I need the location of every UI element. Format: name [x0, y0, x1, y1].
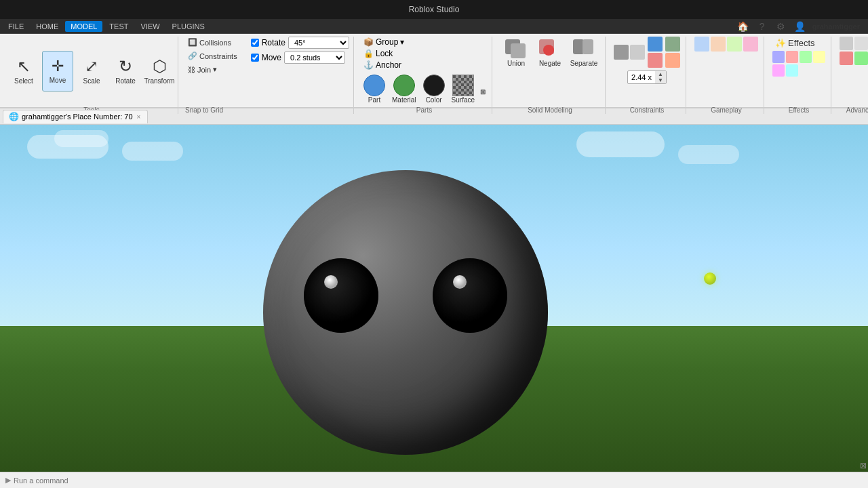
tab-label: grahamtigger's Place Number: 70: [22, 113, 133, 121]
advanced-icon-5[interactable]: [854, 52, 868, 65]
advanced-icon-4[interactable]: [840, 52, 853, 65]
constraint-icon-4[interactable]: [648, 53, 663, 68]
menu-home[interactable]: HOME: [31, 21, 64, 32]
menu-view[interactable]: VIEW: [135, 21, 165, 32]
surface-button[interactable]: Surface: [450, 73, 476, 105]
constraints-inner: ▲ ▼: [614, 37, 680, 84]
anchor-row[interactable]: ⚓ Anchor: [362, 60, 486, 70]
gameplay-icon-4[interactable]: [743, 37, 758, 52]
settings-icon[interactable]: ⚙: [774, 20, 788, 33]
advanced-icon-1[interactable]: [840, 37, 853, 50]
move-dropdown[interactable]: 0.2 studs 1 stud 5 studs: [284, 52, 345, 64]
scale-label: Scale: [83, 77, 100, 85]
effects-icon-4[interactable]: [813, 51, 825, 63]
join-label: Join: [197, 66, 211, 74]
constraint-icon-3[interactable]: [648, 37, 663, 52]
surface-label: Surface: [452, 96, 475, 104]
spinner-up[interactable]: ▲: [655, 71, 666, 77]
gameplay-icon-2[interactable]: [711, 37, 726, 52]
rotate-button[interactable]: ↻ Rotate: [110, 51, 141, 92]
group-row[interactable]: 📦 Group ▾: [362, 37, 486, 47]
tab-icon: 🌐: [9, 112, 19, 121]
solid-label: Solid Modeling: [528, 105, 572, 114]
advanced-section: Advanced: [834, 37, 868, 114]
menu-file[interactable]: FILE: [3, 21, 29, 32]
rotate-dropdown[interactable]: 45° 15° 90°: [288, 37, 349, 49]
surface-icon: [452, 75, 474, 96]
lock-row[interactable]: 🔒 Lock: [362, 48, 486, 59]
ribbon-content: ↖ Select ✛ Move ⤢ Scale ↻ Rotate ⬡ Tra: [0, 34, 868, 117]
lock-label: Lock: [376, 49, 393, 58]
effects-inner: ✨ Effects: [772, 37, 825, 77]
effects-icon-2[interactable]: [786, 51, 798, 63]
constraints-icon: 🔗: [188, 52, 197, 60]
constraint-icon-2[interactable]: [630, 45, 645, 60]
gameplay-icon-3[interactable]: [727, 37, 742, 52]
viewport-expand-icon[interactable]: ⊠: [860, 461, 867, 470]
scale-button[interactable]: ⤢ Scale: [76, 51, 107, 92]
document-tab[interactable]: 🌐 grahamtigger's Place Number: 70 ×: [3, 110, 148, 123]
constraint-icon-1[interactable]: [614, 45, 629, 60]
rotate-snap-row: Rotate 45° 15° 90°: [251, 37, 349, 49]
constraint-icon-5[interactable]: [665, 37, 680, 52]
union-button[interactable]: Union: [500, 37, 532, 68]
part-button[interactable]: Part: [362, 73, 387, 105]
effects-button[interactable]: ✨ Effects: [772, 37, 825, 49]
topright-icons: 🏠 ? ⚙ 👤 grahamtigger: [736, 20, 865, 33]
cloud-4: [576, 131, 665, 157]
move-label: Move: [50, 77, 66, 84]
material-label: Material: [392, 96, 416, 104]
tab-close-button[interactable]: ×: [136, 113, 142, 121]
effects-star-icon: ✨: [775, 38, 786, 48]
advanced-label: Advanced: [846, 105, 868, 114]
effects-icon-5[interactable]: [772, 64, 785, 77]
spinner-down[interactable]: ▼: [655, 77, 666, 83]
advanced-icon-2[interactable]: [854, 37, 868, 50]
rotate-checkbox[interactable]: [251, 39, 259, 47]
help-icon[interactable]: ?: [755, 20, 769, 33]
home-icon[interactable]: 🏠: [736, 20, 750, 33]
effects-icon-1[interactable]: [772, 51, 785, 63]
separate-button[interactable]: Separate: [568, 37, 599, 68]
collisions-snap-inner: 🔲 Collisions 🔗 Constraints ⛓ Join ▾: [185, 37, 349, 75]
select-button[interactable]: ↖ Select: [8, 51, 39, 92]
spinner-input[interactable]: [628, 73, 655, 81]
ribbon: ↖ Select ✛ Move ⤢ Scale ↻ Rotate ⬡ Tra: [0, 34, 868, 108]
join-button[interactable]: ⛓ Join ▾: [185, 64, 240, 75]
effects-icon-3[interactable]: [800, 51, 812, 63]
group-lock-anchor: 📦 Group ▾ 🔒 Lock ⚓ Anchor: [362, 37, 486, 70]
effects-icon-6[interactable]: [786, 64, 798, 77]
snap-label: Snap to Grid: [185, 105, 349, 114]
color-button[interactable]: Color: [422, 73, 446, 105]
negate-button[interactable]: Negate: [534, 37, 566, 68]
separate-label: Separate: [570, 60, 598, 67]
collisions-button[interactable]: 🔲 Collisions: [185, 37, 240, 48]
select-icon: ↖: [17, 57, 31, 76]
anchor-icon: ⚓: [363, 60, 374, 70]
parts-label: Parts: [416, 105, 432, 114]
rotate-snap-label: Rotate: [262, 38, 285, 47]
move-checkbox[interactable]: [251, 54, 259, 62]
part-icon: [363, 75, 385, 96]
gameplay-icon-1[interactable]: [694, 37, 709, 52]
transform-button[interactable]: ⬡ Transform: [144, 51, 175, 92]
menu-test[interactable]: TEST: [104, 21, 134, 32]
group-icon: 📦: [363, 37, 374, 47]
constraints-button[interactable]: 🔗 Constraints: [185, 50, 240, 62]
cloud-2: [54, 130, 108, 147]
rotate-icon: ↻: [119, 57, 132, 76]
command-input[interactable]: [14, 476, 149, 485]
solid-items: Union Negate Separate: [500, 37, 599, 68]
material-button[interactable]: Material: [391, 73, 418, 105]
collisions-snap-section: 🔲 Collisions 🔗 Constraints ⛓ Join ▾: [181, 37, 354, 114]
menu-model[interactable]: MODEL: [65, 21, 102, 32]
constraint-icon-6[interactable]: [665, 53, 680, 68]
number-spinner[interactable]: ▲ ▼: [627, 70, 667, 84]
right-eye: [433, 258, 507, 333]
effects-label: Effects: [788, 38, 815, 48]
parts-expand[interactable]: ⊞: [480, 88, 486, 96]
user-icon[interactable]: 👤: [793, 20, 807, 33]
menu-plugins[interactable]: PLUGINS: [167, 21, 210, 32]
move-button[interactable]: ✛ Move: [42, 51, 73, 92]
join-arrow: ▾: [213, 65, 217, 74]
